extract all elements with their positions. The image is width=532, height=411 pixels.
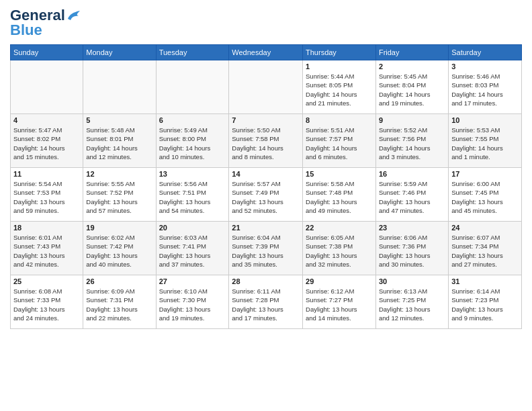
- calendar-cell: [83, 60, 156, 114]
- calendar-cell: 7Sunrise: 5:50 AM Sunset: 7:58 PM Daylig…: [229, 114, 303, 168]
- weekday-header-saturday: Saturday: [449, 45, 522, 60]
- logo-bird-icon: [66, 9, 81, 21]
- day-number: 31: [451, 277, 519, 285]
- day-info: Sunrise: 6:03 AM Sunset: 7:41 PM Dayligh…: [159, 233, 226, 269]
- day-number: 28: [232, 277, 300, 285]
- calendar-cell: 27Sunrise: 6:10 AM Sunset: 7:30 PM Dayli…: [156, 275, 229, 329]
- day-number: 19: [86, 224, 152, 232]
- calendar-cell: [229, 60, 303, 114]
- calendar-cell: 22Sunrise: 6:05 AM Sunset: 7:38 PM Dayli…: [303, 222, 376, 275]
- calendar-cell: 10Sunrise: 5:53 AM Sunset: 7:55 PM Dayli…: [449, 114, 522, 168]
- day-number: 27: [159, 277, 226, 285]
- day-info: Sunrise: 6:12 AM Sunset: 7:27 PM Dayligh…: [306, 287, 373, 322]
- day-info: Sunrise: 6:04 AM Sunset: 7:39 PM Dayligh…: [232, 233, 300, 269]
- day-number: 8: [306, 116, 373, 124]
- weekday-header-friday: Friday: [375, 45, 448, 60]
- day-info: Sunrise: 6:06 AM Sunset: 7:36 PM Dayligh…: [379, 233, 445, 269]
- day-number: 13: [159, 170, 226, 178]
- calendar-cell: 25Sunrise: 6:08 AM Sunset: 7:33 PM Dayli…: [11, 275, 83, 329]
- day-info: Sunrise: 6:02 AM Sunset: 7:42 PM Dayligh…: [86, 233, 152, 269]
- calendar-cell: 13Sunrise: 5:56 AM Sunset: 7:51 PM Dayli…: [156, 168, 229, 222]
- day-info: Sunrise: 5:44 AM Sunset: 8:05 PM Dayligh…: [306, 72, 373, 107]
- day-number: 16: [379, 170, 445, 178]
- calendar-cell: 8Sunrise: 5:51 AM Sunset: 7:57 PM Daylig…: [303, 114, 376, 168]
- day-info: Sunrise: 5:46 AM Sunset: 8:03 PM Dayligh…: [451, 72, 519, 107]
- calendar-week-5: 25Sunrise: 6:08 AM Sunset: 7:33 PM Dayli…: [11, 275, 522, 329]
- calendar-cell: 11Sunrise: 5:54 AM Sunset: 7:53 PM Dayli…: [11, 168, 83, 222]
- weekday-header-monday: Monday: [83, 45, 156, 60]
- day-number: 25: [13, 277, 80, 285]
- day-number: 14: [232, 170, 300, 178]
- calendar-cell: 24Sunrise: 6:07 AM Sunset: 7:34 PM Dayli…: [449, 222, 522, 275]
- day-info: Sunrise: 6:10 AM Sunset: 7:30 PM Dayligh…: [159, 287, 226, 322]
- logo-blue: Blue: [10, 21, 42, 39]
- day-info: Sunrise: 5:55 AM Sunset: 7:52 PM Dayligh…: [86, 179, 152, 215]
- weekday-header-thursday: Thursday: [303, 45, 376, 60]
- day-number: 11: [13, 170, 80, 178]
- day-info: Sunrise: 5:52 AM Sunset: 7:56 PM Dayligh…: [379, 126, 445, 161]
- day-info: Sunrise: 6:01 AM Sunset: 7:43 PM Dayligh…: [13, 233, 80, 269]
- day-info: Sunrise: 6:13 AM Sunset: 7:25 PM Dayligh…: [379, 287, 445, 322]
- day-info: Sunrise: 5:57 AM Sunset: 7:49 PM Dayligh…: [232, 179, 300, 215]
- day-info: Sunrise: 5:51 AM Sunset: 7:57 PM Dayligh…: [306, 126, 373, 161]
- calendar-cell: 30Sunrise: 6:13 AM Sunset: 7:25 PM Dayli…: [375, 275, 448, 329]
- weekday-header-row: SundayMondayTuesdayWednesdayThursdayFrid…: [11, 45, 522, 60]
- weekday-header-sunday: Sunday: [11, 45, 83, 60]
- day-number: 29: [306, 277, 373, 285]
- calendar-cell: 20Sunrise: 6:03 AM Sunset: 7:41 PM Dayli…: [156, 222, 229, 275]
- day-number: 30: [379, 277, 445, 285]
- day-number: 21: [232, 224, 300, 232]
- day-info: Sunrise: 6:14 AM Sunset: 7:23 PM Dayligh…: [451, 287, 519, 322]
- calendar-cell: 5Sunrise: 5:48 AM Sunset: 8:01 PM Daylig…: [83, 114, 156, 168]
- day-info: Sunrise: 5:58 AM Sunset: 7:48 PM Dayligh…: [306, 179, 373, 215]
- calendar-cell: 9Sunrise: 5:52 AM Sunset: 7:56 PM Daylig…: [375, 114, 448, 168]
- calendar-cell: 3Sunrise: 5:46 AM Sunset: 8:03 PM Daylig…: [449, 60, 522, 114]
- calendar-cell: [156, 60, 229, 114]
- day-info: Sunrise: 6:07 AM Sunset: 7:34 PM Dayligh…: [451, 233, 519, 269]
- day-number: 18: [13, 224, 80, 232]
- day-number: 3: [451, 62, 519, 71]
- logo: General Blue: [10, 7, 81, 39]
- calendar-cell: 1Sunrise: 5:44 AM Sunset: 8:05 PM Daylig…: [303, 60, 376, 114]
- calendar-cell: 14Sunrise: 5:57 AM Sunset: 7:49 PM Dayli…: [229, 168, 303, 222]
- day-number: 23: [379, 224, 445, 232]
- day-info: Sunrise: 5:48 AM Sunset: 8:01 PM Dayligh…: [86, 126, 152, 161]
- calendar-cell: 18Sunrise: 6:01 AM Sunset: 7:43 PM Dayli…: [11, 222, 83, 275]
- day-number: 15: [306, 170, 373, 178]
- calendar-cell: 28Sunrise: 6:11 AM Sunset: 7:28 PM Dayli…: [229, 275, 303, 329]
- day-info: Sunrise: 6:11 AM Sunset: 7:28 PM Dayligh…: [232, 287, 300, 322]
- day-info: Sunrise: 6:05 AM Sunset: 7:38 PM Dayligh…: [306, 233, 373, 269]
- calendar-cell: 6Sunrise: 5:49 AM Sunset: 8:00 PM Daylig…: [156, 114, 229, 168]
- day-info: Sunrise: 5:59 AM Sunset: 7:46 PM Dayligh…: [379, 179, 445, 215]
- day-number: 1: [306, 62, 373, 71]
- calendar-cell: 23Sunrise: 6:06 AM Sunset: 7:36 PM Dayli…: [375, 222, 448, 275]
- weekday-header-wednesday: Wednesday: [229, 45, 303, 60]
- calendar-cell: 2Sunrise: 5:45 AM Sunset: 8:04 PM Daylig…: [375, 60, 448, 114]
- day-number: 10: [451, 116, 519, 124]
- day-number: 9: [379, 116, 445, 124]
- header: General Blue: [10, 7, 522, 39]
- day-info: Sunrise: 5:54 AM Sunset: 7:53 PM Dayligh…: [13, 179, 80, 215]
- day-number: 26: [86, 277, 152, 285]
- calendar-week-4: 18Sunrise: 6:01 AM Sunset: 7:43 PM Dayli…: [11, 222, 522, 275]
- calendar-cell: 12Sunrise: 5:55 AM Sunset: 7:52 PM Dayli…: [83, 168, 156, 222]
- calendar-cell: 17Sunrise: 6:00 AM Sunset: 7:45 PM Dayli…: [449, 168, 522, 222]
- day-number: 2: [379, 62, 445, 71]
- day-number: 5: [86, 116, 152, 124]
- calendar-week-3: 11Sunrise: 5:54 AM Sunset: 7:53 PM Dayli…: [11, 168, 522, 222]
- day-info: Sunrise: 6:09 AM Sunset: 7:31 PM Dayligh…: [86, 287, 152, 322]
- calendar-cell: 16Sunrise: 5:59 AM Sunset: 7:46 PM Dayli…: [375, 168, 448, 222]
- day-info: Sunrise: 6:00 AM Sunset: 7:45 PM Dayligh…: [451, 179, 519, 215]
- calendar-cell: 21Sunrise: 6:04 AM Sunset: 7:39 PM Dayli…: [229, 222, 303, 275]
- calendar-week-2: 4Sunrise: 5:47 AM Sunset: 8:02 PM Daylig…: [11, 114, 522, 168]
- day-number: 24: [451, 224, 519, 232]
- calendar-cell: 29Sunrise: 6:12 AM Sunset: 7:27 PM Dayli…: [303, 275, 376, 329]
- weekday-header-tuesday: Tuesday: [156, 45, 229, 60]
- day-info: Sunrise: 5:56 AM Sunset: 7:51 PM Dayligh…: [159, 179, 226, 215]
- calendar-cell: 31Sunrise: 6:14 AM Sunset: 7:23 PM Dayli…: [449, 275, 522, 329]
- day-info: Sunrise: 5:45 AM Sunset: 8:04 PM Dayligh…: [379, 72, 445, 107]
- day-info: Sunrise: 5:47 AM Sunset: 8:02 PM Dayligh…: [13, 126, 80, 161]
- day-number: 22: [306, 224, 373, 232]
- day-number: 12: [86, 170, 152, 178]
- day-number: 6: [159, 116, 226, 124]
